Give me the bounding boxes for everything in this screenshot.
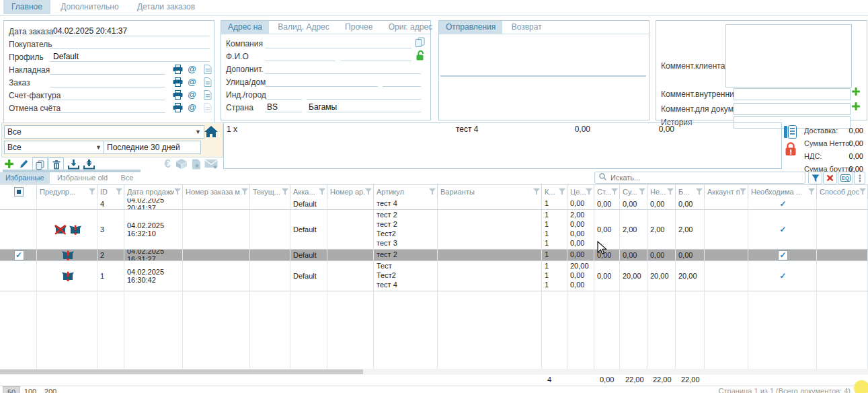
add-document-comment-button[interactable]	[851, 102, 861, 113]
horizontal-scrollbar[interactable]	[0, 369, 868, 375]
document-comment-input[interactable]	[734, 103, 851, 115]
column-header-required[interactable]: Необходима ...	[748, 185, 817, 199]
document-icon[interactable]	[201, 90, 212, 99]
additional-field[interactable]	[265, 63, 421, 74]
table-row[interactable]: 104.02.2025 16:30:42DefaultТестТест2тест…	[0, 261, 868, 291]
filter-icon[interactable]	[89, 188, 95, 195]
type-filter-dropdown[interactable]: Все ▼	[4, 141, 105, 154]
filter-editor-button[interactable]: EQ	[838, 172, 853, 184]
column-header-su[interactable]: Су...	[620, 185, 647, 199]
email-icon[interactable]: @	[188, 102, 196, 112]
cancel-invoice-field[interactable]	[50, 102, 165, 113]
period-input[interactable]: Последние 30 дней	[104, 141, 201, 154]
select-all-checkbox[interactable]	[14, 187, 24, 196]
column-header-st[interactable]: Ст...	[594, 185, 620, 199]
tab-order-details[interactable]: Детали заказов	[129, 0, 203, 14]
lastname-field[interactable]	[341, 50, 411, 61]
email-icon[interactable]: @	[188, 90, 196, 100]
invoice-field[interactable]	[50, 90, 165, 100]
buyer-field[interactable]	[50, 38, 210, 49]
filter-icon[interactable]	[282, 188, 288, 195]
table-row[interactable]: ✓204.02.2025 16:31:27Defaultтест 210,000…	[0, 250, 868, 261]
column-header-current[interactable]: Текущ...	[250, 185, 290, 199]
print-icon[interactable]	[170, 64, 183, 73]
column-header-date[interactable]: Дата продажи	[124, 185, 183, 199]
filter-icon[interactable]	[429, 188, 436, 195]
copy-address-icon[interactable]	[415, 37, 425, 49]
clear-filter-button[interactable]	[823, 172, 837, 184]
home-button[interactable]	[203, 124, 219, 141]
country-name-field[interactable]: Багамы	[307, 102, 421, 112]
document-icon[interactable]	[201, 77, 212, 86]
order-item-row[interactable]: 1 x тест 4 0,00 0,00	[224, 123, 781, 134]
filter-icon[interactable]	[667, 188, 674, 195]
table-row[interactable]: 404.02.2025 20:41:37Defaultтест 410,000,…	[0, 199, 868, 210]
row-checkbox[interactable]: ✓	[14, 250, 24, 260]
street-field[interactable]	[265, 76, 378, 87]
add-internal-comment-button[interactable]	[851, 87, 861, 98]
import-button[interactable]	[67, 157, 80, 170]
tab-shipments[interactable]: Отправления	[439, 21, 502, 34]
column-header-k[interactable]: К...	[542, 185, 567, 199]
filter-icon[interactable]	[533, 188, 540, 195]
tab-orig-address[interactable]: Ориг. адрес	[382, 21, 439, 34]
waybill-field[interactable]	[50, 64, 165, 75]
column-header-id[interactable]: ID	[97, 185, 124, 199]
company-field[interactable]	[265, 38, 411, 48]
row-checkbox-empty[interactable]	[0, 261, 37, 291]
tab-address-to[interactable]: Адрес на	[221, 21, 269, 34]
column-header-warn[interactable]: Предупр...	[37, 185, 97, 199]
filter-icon[interactable]	[611, 188, 618, 195]
column-header-ce[interactable]: Це...	[567, 185, 594, 199]
column-header-variants[interactable]: Варианты	[438, 185, 542, 199]
search-input[interactable]	[609, 173, 805, 182]
edit-order-button[interactable]	[17, 157, 30, 170]
email-icon[interactable]: @	[188, 77, 196, 87]
column-header-account_po[interactable]: Аккаунт по...	[705, 185, 748, 199]
profile-field[interactable]: Default	[50, 51, 210, 62]
column-header-delivery[interactable]: Способ доставк	[817, 185, 868, 199]
filter-icon[interactable]	[808, 188, 815, 195]
row-checkbox-empty[interactable]	[0, 210, 37, 249]
tab-other[interactable]: Прочее	[338, 21, 379, 34]
tab-favorites-old[interactable]: Избранные old	[52, 172, 113, 184]
page-size-200[interactable]: 200	[42, 386, 58, 393]
tab-favorites[interactable]: Избранные	[0, 172, 50, 184]
firstname-field[interactable]	[265, 50, 336, 61]
filter-icon[interactable]	[319, 188, 325, 195]
page-size-50[interactable]: 50	[3, 386, 20, 393]
column-header-ne[interactable]: Не...	[647, 185, 676, 199]
document-icon[interactable]	[201, 64, 212, 73]
email-icon[interactable]: @	[188, 64, 196, 74]
print-icon[interactable]	[170, 102, 183, 112]
grid-menu-button[interactable]	[854, 172, 865, 184]
filter-icon[interactable]	[116, 188, 122, 195]
row-checkbox-empty[interactable]	[0, 199, 37, 209]
print-icon[interactable]	[170, 77, 183, 86]
client-comment-input[interactable]	[725, 24, 852, 87]
filter-icon[interactable]	[559, 188, 565, 195]
order-date-field[interactable]: 04.02.2025 20:41:37	[50, 26, 210, 36]
column-header-account[interactable]: Акка...	[290, 185, 327, 199]
tab-valid-address[interactable]: Валид. Адрес	[271, 21, 336, 34]
search-box[interactable]	[594, 172, 805, 184]
internal-comment-input[interactable]	[734, 88, 851, 100]
print-icon[interactable]	[170, 90, 183, 99]
filter-icon[interactable]	[365, 188, 372, 195]
tab-return[interactable]: Возврат	[505, 21, 549, 34]
column-header-order_no[interactable]: Номер заказа м...	[183, 185, 250, 199]
filter-icon[interactable]	[241, 188, 248, 195]
filter-icon[interactable]	[740, 188, 746, 195]
column-header-b[interactable]: Б...	[676, 185, 705, 199]
order-field[interactable]	[50, 77, 165, 87]
tab-main[interactable]: Главное	[3, 0, 50, 14]
filter-icon[interactable]	[586, 188, 592, 195]
export-button[interactable]	[82, 157, 95, 170]
column-header-art_no[interactable]: Номер ар...	[327, 185, 374, 199]
country-code-field[interactable]: BS	[265, 102, 302, 112]
house-field[interactable]	[383, 76, 421, 87]
page-size-100[interactable]: 100	[22, 386, 38, 393]
zip-field[interactable]	[265, 89, 302, 100]
filter-icon[interactable]	[696, 188, 703, 195]
scrollbar-thumb[interactable]	[0, 369, 363, 374]
